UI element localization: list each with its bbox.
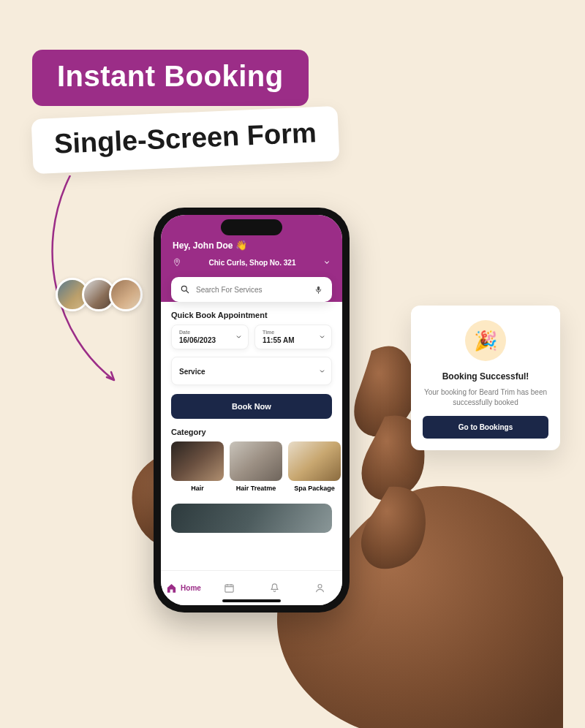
date-field[interactable]: Date 16/06/2023 (171, 325, 249, 349)
location-pin-icon (173, 258, 181, 267)
date-value: 16/06/2023 (179, 336, 241, 344)
go-to-bookings-button[interactable]: Go to Bookings (423, 416, 548, 439)
chevron-down-icon (319, 368, 325, 374)
category-label: Hair Treatme (230, 485, 282, 492)
wave-emoji-icon: 👋 (235, 240, 247, 251)
search-icon (180, 284, 190, 295)
mic-icon[interactable] (314, 285, 323, 295)
category-card[interactable]: Spa Package (288, 441, 341, 492)
booking-success-card: 🎉 Booking Successful! Your booking for B… (411, 306, 560, 450)
category-image (288, 441, 341, 481)
bell-icon (269, 583, 280, 594)
home-icon (166, 583, 177, 594)
category-card[interactable]: Hair Treatme (230, 441, 282, 492)
svg-rect-2 (317, 286, 320, 290)
bottom-nav: Home (161, 570, 342, 605)
phone-screen: Hey, John Doe 👋 Chic Curls, Shop No. 321… (161, 215, 342, 605)
phone-notch (221, 219, 282, 235)
category-label: Spa Package (288, 485, 341, 492)
user-icon (314, 583, 325, 594)
chevron-down-icon (235, 334, 242, 341)
category-image (230, 441, 282, 481)
subheadline-pill: Single-Screen Form (31, 106, 340, 174)
category-list: Hair Hair Treatme Spa Package (161, 441, 342, 492)
promo-banner[interactable] (171, 504, 332, 533)
greeting-prefix: Hey, (173, 240, 193, 251)
location-selector[interactable]: Chic Curls, Shop No. 321 (173, 258, 331, 267)
time-label: Time (263, 330, 324, 335)
phone-frame: Hey, John Doe 👋 Chic Curls, Shop No. 321… (154, 208, 350, 613)
greeting-text: Hey, John Doe 👋 (173, 240, 331, 251)
category-card[interactable]: Hair (171, 441, 224, 492)
nav-home-label: Home (181, 584, 201, 592)
service-label: Service (179, 368, 324, 376)
chevron-down-icon (323, 259, 331, 266)
svg-rect-3 (224, 585, 233, 592)
success-message: Your booking for Beard Trim has been suc… (423, 387, 548, 407)
quick-book-section: Quick Book Appointment Date 16/06/2023 T… (161, 302, 342, 385)
calendar-icon (224, 583, 235, 594)
category-image (171, 441, 224, 481)
success-title: Booking Successful! (423, 371, 548, 382)
time-value: 11:55 AM (263, 336, 324, 344)
category-title: Category (171, 428, 332, 436)
quick-book-title: Quick Book Appointment (171, 311, 332, 319)
svg-point-1 (181, 286, 186, 291)
gift-icon: 🎉 (465, 320, 506, 361)
nav-home[interactable]: Home (161, 571, 206, 605)
time-field[interactable]: Time 11:55 AM (254, 325, 332, 349)
search-input[interactable] (196, 286, 308, 294)
category-label: Hair (171, 485, 224, 492)
book-now-button[interactable]: Book Now (171, 394, 332, 419)
headline-pill: Instant Booking (32, 50, 309, 106)
nav-profile[interactable] (297, 571, 342, 605)
category-section: Category (161, 419, 342, 436)
date-label: Date (179, 330, 241, 335)
user-name: John Doe (193, 240, 233, 251)
service-field[interactable]: Service (171, 357, 332, 385)
search-bar[interactable] (171, 277, 332, 302)
svg-point-4 (318, 585, 322, 588)
location-text: Chic Curls, Shop No. 321 (189, 259, 316, 267)
chevron-down-icon (319, 334, 325, 341)
home-indicator (222, 599, 281, 602)
